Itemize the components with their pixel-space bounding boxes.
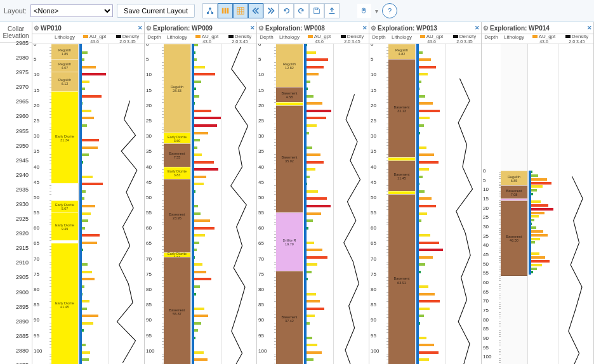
- density-column: [109, 44, 144, 364]
- panel-body: 0510152025303540455055606570758085909510…: [32, 44, 144, 364]
- au-column: [79, 44, 109, 364]
- gear-icon[interactable]: ⚙: [371, 25, 376, 32]
- lithology-segment[interactable]: Early Diorite31.34: [51, 91, 78, 185]
- lithology-segment[interactable]: Regolith28.33: [164, 44, 190, 134]
- toolbar: Layout: <None> Save Current Layout ▾ ?: [0, 0, 594, 22]
- au-column: [304, 44, 334, 364]
- lithology-segment[interactable]: Basement7.55: [164, 143, 190, 167]
- depth-tick: 10: [257, 72, 276, 77]
- gear-icon[interactable]: ⚙: [483, 25, 489, 32]
- lithology-segment[interactable]: Early Diorite41.45: [51, 243, 78, 364]
- panel-title: Exploration: WP013: [378, 25, 437, 32]
- au-bar: [79, 139, 99, 141]
- lithology-segment[interactable]: Basement7.08: [501, 185, 527, 200]
- gear-icon[interactable]: ⚙: [34, 25, 39, 32]
- panel-header[interactable]: ⚙Exploration: WP014✕: [482, 22, 593, 34]
- lithology-segment[interactable]: Regolith6.85: [501, 171, 527, 186]
- depth-tick: 95: [145, 332, 164, 338]
- save-layout-button[interactable]: Save Current Layout: [117, 4, 195, 18]
- export-icon[interactable]: [324, 3, 340, 18]
- columns-icon[interactable]: [218, 3, 233, 18]
- close-icon[interactable]: ✕: [138, 25, 143, 31]
- lithology-segment[interactable]: Early Diorite5.07: [51, 200, 78, 214]
- au-index-strip: [79, 44, 82, 364]
- lithology-column: Regolith1.85Regolith4.07Regolith6.12Earl…: [51, 44, 79, 364]
- save-icon[interactable]: [309, 3, 324, 18]
- lithology-segment[interactable]: Regolith12.82: [276, 44, 303, 88]
- grid-icon[interactable]: [233, 3, 248, 18]
- collar-tick: 2940: [0, 172, 32, 178]
- rewind-icon[interactable]: [248, 3, 263, 18]
- density-curve: [117, 101, 136, 363]
- lithology-label: Lithology: [51, 34, 78, 43]
- panel-header[interactable]: ⚙WP010✕: [32, 22, 144, 34]
- au-bar: [79, 95, 102, 98]
- depth-tick: 60: [145, 225, 164, 231]
- lithology-segment[interactable]: Basement23.95: [164, 179, 190, 254]
- au-bar: [79, 73, 106, 75]
- lithology-label: Lithology: [164, 34, 190, 43]
- close-icon[interactable]: ✕: [250, 25, 255, 31]
- depth-tick: 90: [257, 317, 276, 323]
- svg-rect-7: [315, 8, 317, 10]
- gear-icon[interactable]: ⚙: [258, 25, 264, 32]
- lithology-column: Regolith6.85Basement7.08Basement46.50: [501, 44, 528, 364]
- lithology-segment[interactable]: Basement55.37: [164, 257, 190, 364]
- lithology-segment[interactable]: Early Diorite9.49: [51, 212, 78, 242]
- log-panel-WP009: ⚙Exploration: WP009✕DepthLithologyAU_gpt…: [145, 22, 257, 364]
- lithology-segment[interactable]: [51, 183, 78, 202]
- panel-title: WP010: [41, 25, 62, 32]
- depth-tick: 10: [145, 72, 164, 77]
- lithology-segment[interactable]: Regolith6.12: [51, 72, 78, 93]
- network-icon[interactable]: [202, 3, 218, 18]
- depth-tick: 25: [482, 214, 501, 220]
- close-icon[interactable]: ✕: [475, 25, 480, 31]
- undo-icon[interactable]: [279, 3, 294, 18]
- collar-tick: 2975: [0, 69, 32, 75]
- depth-tick: 80: [257, 287, 276, 292]
- density-column: [221, 44, 256, 364]
- hand-icon[interactable]: [357, 4, 371, 18]
- au-bar: [304, 161, 324, 164]
- au-bar: [79, 242, 97, 244]
- lithology-segment[interactable]: Regolith1.85: [51, 44, 78, 60]
- au-bar: [304, 58, 328, 61]
- dropdown-caret-icon[interactable]: ▾: [375, 8, 378, 15]
- depth-tick: 80: [32, 287, 51, 292]
- depth-tick: 50: [369, 194, 388, 200]
- collar-tick: 2965: [0, 98, 32, 105]
- help-icon[interactable]: ?: [382, 3, 397, 18]
- density-column: [558, 44, 593, 364]
- au-bar: [192, 219, 210, 222]
- lithology-segment[interactable]: Basement32.13: [388, 59, 415, 159]
- lithology-segment[interactable]: Basement35.02: [276, 105, 303, 214]
- toolbar-icon-group: [202, 3, 340, 18]
- forward-icon[interactable]: [263, 3, 279, 18]
- lithology-segment[interactable]: Basement46.50: [501, 200, 527, 276]
- depth-label: Depth: [369, 34, 388, 43]
- lithology-segment[interactable]: Early Diorite3.83: [164, 167, 190, 180]
- lithology-segment[interactable]: Regolith4.07: [51, 59, 78, 72]
- layout-select[interactable]: <None>: [30, 4, 113, 17]
- panel-header[interactable]: ⚙Exploration: WP013✕: [369, 22, 481, 34]
- close-icon[interactable]: ✕: [587, 25, 592, 31]
- density-curve: [344, 94, 360, 364]
- lithology-segment[interactable]: Basement11.45: [388, 160, 415, 192]
- depth-tick: 20: [145, 102, 164, 108]
- lithology-segment[interactable]: Regolith4.82: [388, 44, 415, 60]
- depth-tick: 60: [257, 225, 276, 231]
- panel-header[interactable]: ⚙Exploration: WP009✕: [145, 22, 256, 34]
- close-icon[interactable]: ✕: [362, 25, 367, 31]
- lithology-segment[interactable]: Basement4.58: [276, 87, 303, 103]
- redo-icon[interactable]: [294, 3, 309, 18]
- au-bar: [529, 182, 551, 185]
- lithology-column: Regolith28.33Early Diorite3.60Basement7.…: [164, 44, 191, 364]
- gear-icon[interactable]: ⚙: [146, 25, 152, 32]
- lithology-segment[interactable]: Basement63.91: [388, 194, 415, 364]
- svg-rect-4: [225, 8, 227, 14]
- lithology-segment[interactable]: Drillite R19.79: [276, 212, 303, 272]
- collar-tick: 2960: [0, 113, 32, 119]
- lithology-segment[interactable]: Basement37.42: [276, 271, 303, 364]
- panel-header[interactable]: ⚙Exploration: WP008✕: [257, 22, 369, 34]
- depth-tick: 65: [257, 240, 276, 246]
